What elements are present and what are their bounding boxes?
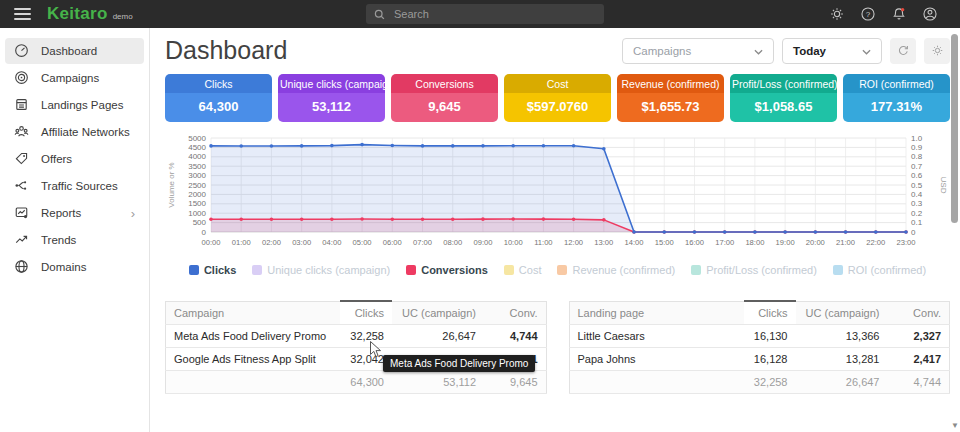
svg-text:02:00: 02:00 [262,238,281,247]
row-name-cell[interactable]: Google Ads Fitness App Split [166,348,341,371]
search-input[interactable] [392,7,572,21]
legend-item-cost[interactable]: Cost [504,264,542,276]
column-header-uc-campaign-[interactable]: UC (campaign) [796,301,888,325]
column-header-conv-[interactable]: Conv. [484,301,546,325]
column-header-uc-campaign-[interactable]: UC (campaign) [392,301,484,325]
search-box[interactable] [366,4,604,24]
scroll-down-arrow-icon[interactable]: ▼ [951,421,959,430]
column-header-landing-page[interactable]: Landing page [569,301,744,325]
svg-text:0: 0 [202,228,207,237]
campaigns-icon [14,70,29,87]
metric-label: Unique clicks (campaign) [278,74,385,93]
traffic-chart: 005000.110000.215000.320000.425000.53000… [165,130,950,276]
sidebar-item-domains[interactable]: Domains [5,254,144,280]
sidebar-item-reports[interactable]: Reports› [5,200,144,226]
svg-text:0.5: 0.5 [911,181,923,190]
row-value-cell: 16,128 [744,348,796,371]
landing-pages-table: Landing pageClicksUC (campaign)Conv.Litt… [569,300,951,394]
chevron-down-icon [754,45,763,57]
sidebar-item-affiliate-networks[interactable]: Affiliate Networks [5,119,144,145]
svg-text:11:00: 11:00 [534,238,552,247]
svg-text:Volume or %: Volume or % [167,162,176,207]
totals-row: 64,30053,1129,645 [166,371,547,394]
svg-text:06:00: 06:00 [383,238,402,247]
row-value-cell: 2,417 [888,348,950,371]
sidebar-item-traffic-sources[interactable]: Traffic Sources [5,173,144,199]
dashboard-settings-button[interactable] [924,38,950,64]
svg-text:17:00: 17:00 [715,238,734,247]
column-header-campaign[interactable]: Campaign [166,301,341,325]
svg-text:21:00: 21:00 [836,238,855,247]
sidebar-item-campaigns[interactable]: Campaigns [5,65,144,91]
sidebar-item-dashboard[interactable]: Dashboard [5,38,144,64]
metric-card-profit-loss-confirmed-: Profit/Loss (confirmed)$1,058.65 [730,74,837,122]
svg-text:20:00: 20:00 [806,238,825,247]
legend-item-conversions[interactable]: Conversions [406,264,488,276]
totals-cell: 26,647 [796,371,888,394]
legend-item-revenue-confirmed-[interactable]: Revenue (confirmed) [557,264,675,276]
legend-item-roi-confirmed-[interactable]: ROI (confirmed) [833,264,926,276]
metric-label: Conversions [391,74,498,93]
svg-text:0.1: 0.1 [911,218,923,227]
scrollbar-thumb[interactable] [951,34,958,223]
svg-text:0: 0 [911,228,916,237]
notifications-bell-icon[interactable] [891,6,907,22]
svg-text:07:00: 07:00 [413,238,432,247]
legend-swatch [252,265,262,275]
row-name-cell[interactable]: Little Caesars [569,325,744,348]
metric-card-unique-clicks-campaign-: Unique clicks (campaign)53,112 [278,74,385,122]
svg-text:05:00: 05:00 [353,238,372,247]
legend-swatch [833,265,843,275]
reports-icon [14,205,29,222]
legend-swatch [504,265,514,275]
legend-item-profit-loss-confirmed-[interactable]: Profit/Loss (confirmed) [691,264,817,276]
totals-cell: 64,300 [340,371,392,394]
sidebar-item-landings-pages[interactable]: Landings Pages [5,92,144,118]
svg-text:18:00: 18:00 [745,238,764,247]
sidebar-item-label: Landings Pages [41,99,123,111]
column-header-conv-[interactable]: Conv. [888,301,950,325]
row-value-cell: 26,647 [392,325,484,348]
svg-text:5000: 5000 [188,134,206,143]
svg-text:14:00: 14:00 [625,238,644,247]
account-icon[interactable] [922,6,938,22]
sidebar-item-offers[interactable]: Offers [5,146,144,172]
svg-text:500: 500 [193,218,207,227]
totals-row: 32,25826,6474,744 [569,371,950,394]
svg-text:0.2: 0.2 [911,209,923,218]
row-value-cell: 13,366 [796,325,888,348]
vertical-scrollbar[interactable] [951,32,959,424]
sidebar-item-trends[interactable]: Trends [5,227,144,253]
row-name-cell[interactable]: Meta Ads Food Delivery Promo [166,325,341,348]
legend-item-clicks[interactable]: Clicks [189,264,236,276]
svg-text:0.8: 0.8 [911,152,923,161]
table-row[interactable]: Little Caesars16,13013,3662,327 [569,325,950,348]
column-header-clicks[interactable]: Clicks [744,301,796,325]
table-row[interactable]: Meta Ads Food Delivery Promo32,25826,647… [166,325,547,348]
refresh-button[interactable] [890,38,916,64]
campaigns-filter-select[interactable]: Campaigns [622,38,774,64]
metric-value: $1,655.73 [617,93,724,122]
menu-icon[interactable] [14,5,31,23]
date-range-select[interactable]: Today [782,38,882,64]
table-row[interactable]: Papa Johns16,12813,2812,417 [569,348,950,371]
sidebar-item-label: Dashboard [41,45,97,57]
svg-text:3000: 3000 [188,171,206,180]
svg-text:09:00: 09:00 [473,238,492,247]
settings-gear-icon[interactable] [829,6,845,22]
svg-text:04:00: 04:00 [322,238,341,247]
totals-cell [166,371,341,394]
main-content: Dashboard Campaigns Today Clicks64,300Un [150,28,960,432]
svg-text:19:00: 19:00 [776,238,795,247]
column-header-clicks[interactable]: Clicks [340,301,392,325]
brand-suffix: demo [113,12,133,21]
legend-label: Profit/Loss (confirmed) [706,264,817,276]
help-icon[interactable]: ? [860,6,876,22]
svg-text:0.6: 0.6 [911,171,923,180]
domains-icon [14,259,29,276]
refresh-icon [897,44,910,57]
row-name-cell[interactable]: Papa Johns [569,348,744,371]
svg-text:0.4: 0.4 [911,190,923,199]
legend-item-unique-clicks-campaign-[interactable]: Unique clicks (campaign) [252,264,390,276]
sidebar-item-label: Domains [41,261,86,273]
